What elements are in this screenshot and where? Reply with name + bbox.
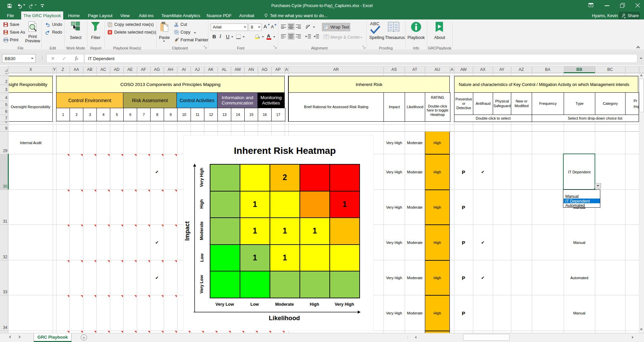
svg-text:ab: ab: [305, 24, 310, 29]
